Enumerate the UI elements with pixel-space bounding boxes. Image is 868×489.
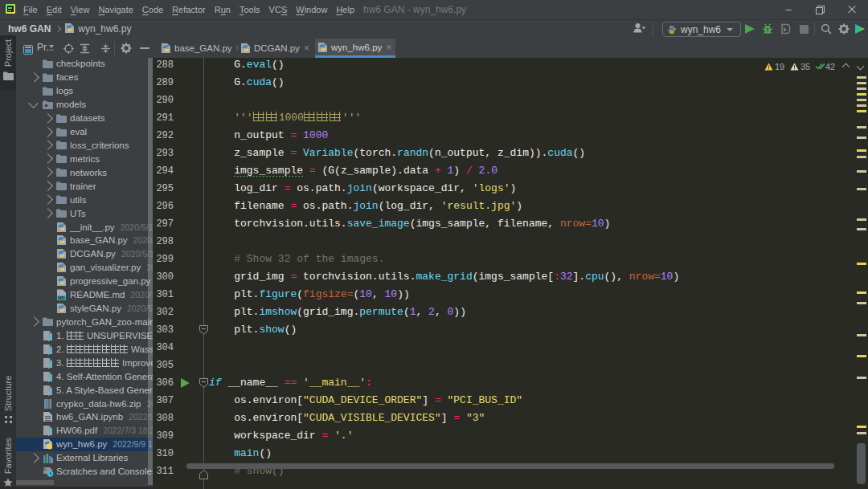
svg-text:?: ? bbox=[47, 429, 51, 437]
svg-text:?: ? bbox=[47, 361, 51, 369]
svg-text:MD: MD bbox=[58, 295, 65, 300]
svg-text:?: ? bbox=[47, 347, 51, 355]
svg-text:?: ? bbox=[47, 333, 51, 341]
svg-text:?: ? bbox=[47, 388, 51, 396]
svg-text:?: ? bbox=[47, 374, 51, 382]
